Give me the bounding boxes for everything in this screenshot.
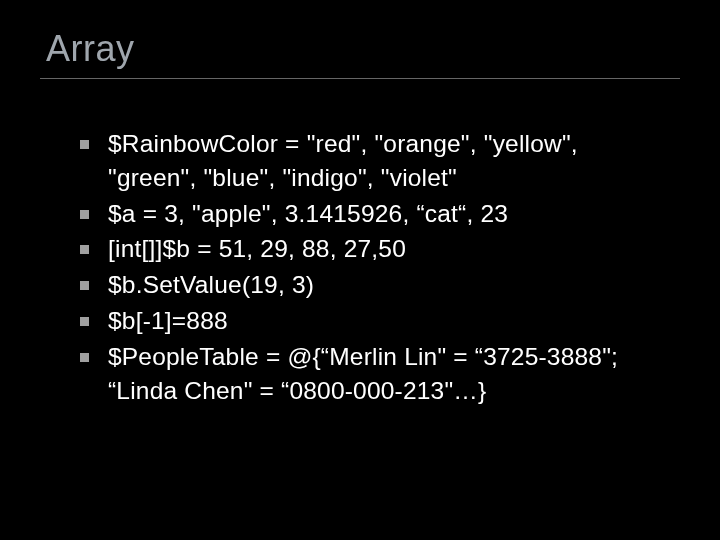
list-item: $b[-1]=888 xyxy=(80,304,670,338)
slide: Array $RainbowColor = "red", "orange", "… xyxy=(0,0,720,540)
list-item: $b.SetValue(19, 3) xyxy=(80,268,670,302)
bullet-list: $RainbowColor = "red", "orange", "yellow… xyxy=(80,127,670,407)
title-block: Array xyxy=(40,28,680,79)
list-item: $PeopleTable = @{“Merlin Lin" = “3725-38… xyxy=(80,340,670,408)
list-item: $a = 3, "apple", 3.1415926, “cat“, 23 xyxy=(80,197,670,231)
slide-title: Array xyxy=(46,28,680,70)
list-item: [int[]]$b = 51, 29, 88, 27,50 xyxy=(80,232,670,266)
list-item: $RainbowColor = "red", "orange", "yellow… xyxy=(80,127,670,195)
slide-body: $RainbowColor = "red", "orange", "yellow… xyxy=(40,127,680,407)
